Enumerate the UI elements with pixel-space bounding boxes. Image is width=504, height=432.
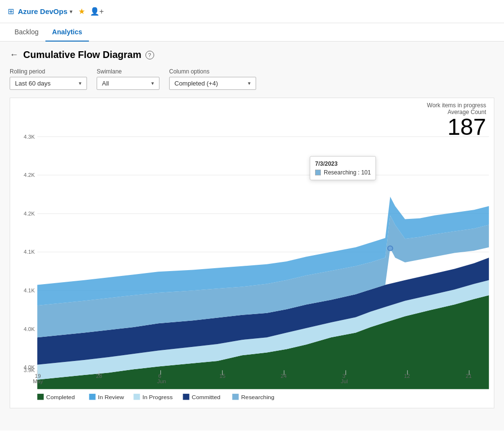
- svg-text:Committed: Committed: [192, 394, 220, 401]
- svg-text:4.3K: 4.3K: [24, 134, 35, 140]
- tab-analytics[interactable]: Analytics: [45, 23, 89, 42]
- app-header: ⊞ Azure DevOps ▾ ★ 👤+: [0, 0, 504, 23]
- swimlane-dropdown[interactable]: All ▾: [97, 77, 159, 90]
- svg-text:4.1K: 4.1K: [24, 288, 35, 293]
- chart-tooltip-dot: [388, 246, 392, 251]
- svg-rect-43: [232, 394, 239, 400]
- svg-rect-35: [37, 394, 43, 400]
- swimlane-value: All: [102, 80, 109, 87]
- svg-text:6: 6: [158, 373, 161, 379]
- svg-text:Completed: Completed: [46, 394, 75, 401]
- svg-text:4.2K: 4.2K: [24, 172, 35, 178]
- svg-text:In Review: In Review: [98, 394, 124, 401]
- svg-text:Researching: Researching: [241, 394, 274, 401]
- chart-legend: Completed In Review In Progress Committe…: [37, 394, 274, 401]
- rolling-period-chevron: ▾: [79, 80, 82, 86]
- nav-tabs: Backlog Analytics: [0, 23, 504, 42]
- y-axis: 4.3K 4.2K 4.2K 4.1K 4.1K 4.0K 4.0K 3.9K: [24, 134, 35, 373]
- back-button[interactable]: ←: [10, 50, 18, 60]
- column-options-value: Completed (+4): [174, 80, 218, 87]
- controls-row: Rolling period Last 60 days ▾ Swimlane A…: [10, 68, 494, 90]
- svg-rect-39: [133, 394, 140, 400]
- svg-text:15: 15: [219, 373, 225, 379]
- grid-icon: ⊞: [8, 7, 14, 16]
- svg-text:3.9K: 3.9K: [24, 367, 35, 373]
- svg-text:Jul: Jul: [341, 379, 347, 385]
- swimlane-label: Swimlane: [97, 68, 159, 75]
- page-title: Cumulative Flow Diagram: [23, 49, 142, 60]
- app-title-chevron[interactable]: ▾: [70, 8, 72, 15]
- svg-text:24: 24: [281, 373, 287, 379]
- rolling-period-group: Rolling period Last 60 days ▾: [10, 68, 87, 90]
- svg-text:Jun: Jun: [157, 379, 166, 385]
- page-title-row: ← Cumulative Flow Diagram ?: [10, 49, 494, 60]
- svg-text:3: 3: [342, 373, 345, 379]
- column-options-group: Column options Completed (+4) ▾: [169, 68, 256, 90]
- svg-text:4.0K: 4.0K: [24, 326, 35, 332]
- column-options-chevron: ▾: [248, 80, 251, 86]
- svg-text:28: 28: [96, 373, 102, 379]
- svg-text:4.2K: 4.2K: [24, 211, 35, 216]
- chart-svg: 4.3K 4.2K 4.2K 4.1K 4.1K 4.0K 4.0K 3.9K: [10, 98, 494, 408]
- svg-rect-41: [183, 394, 189, 400]
- svg-text:May: May: [33, 379, 43, 385]
- people-icon[interactable]: 👤+: [90, 7, 104, 16]
- rolling-period-label: Rolling period: [10, 68, 87, 75]
- swimlane-group: Swimlane All ▾: [97, 68, 159, 90]
- tab-backlog[interactable]: Backlog: [8, 23, 45, 42]
- chart-container: Work items in progress Average Count 187: [10, 98, 494, 408]
- svg-text:12: 12: [404, 373, 410, 379]
- main-content: ← Cumulative Flow Diagram ? Rolling peri…: [0, 42, 504, 431]
- app-title: Azure DevOps: [18, 7, 68, 15]
- swimlane-chevron: ▾: [151, 80, 154, 86]
- rolling-period-dropdown[interactable]: Last 60 days ▾: [10, 77, 87, 90]
- favorite-icon[interactable]: ★: [78, 7, 85, 16]
- svg-text:21: 21: [466, 373, 472, 379]
- column-options-label: Column options: [169, 68, 256, 75]
- help-icon[interactable]: ?: [145, 51, 154, 59]
- rolling-period-value: Last 60 days: [15, 80, 51, 87]
- svg-text:In Progress: In Progress: [143, 394, 173, 401]
- svg-text:4.1K: 4.1K: [24, 249, 35, 255]
- svg-text:19: 19: [35, 373, 41, 379]
- svg-rect-37: [89, 394, 95, 400]
- column-options-dropdown[interactable]: Completed (+4) ▾: [169, 77, 256, 90]
